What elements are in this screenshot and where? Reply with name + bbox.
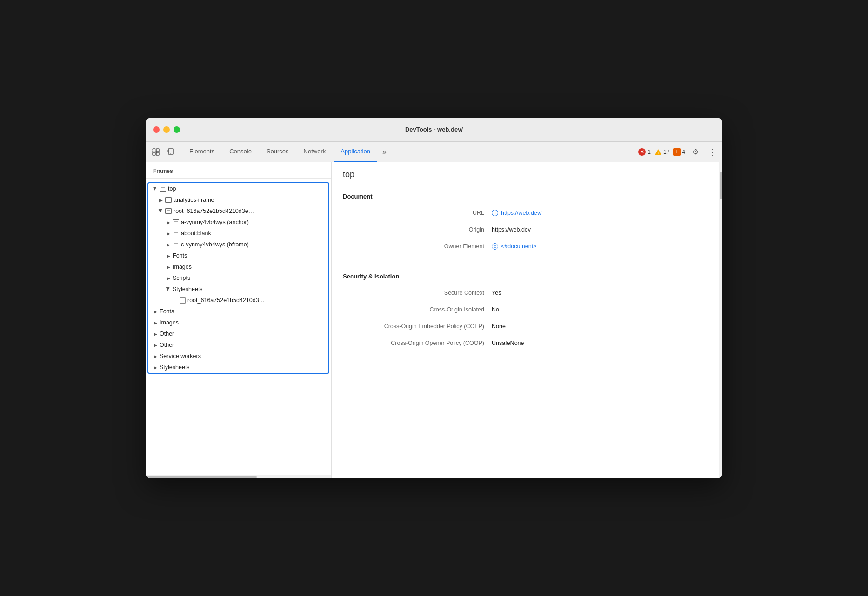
tree-label-stylesheets-inner: Stylesheets [173,286,203,292]
arrow-fonts-outer: ▶ [152,308,159,315]
document-section: Document URL ⊕ https://web.dev/ Origin h… [332,185,719,265]
devtools-window: DevTools - web.dev/ Element [146,118,722,478]
tree-label-top: top [168,185,176,192]
tree-label-stylesheet-file: root_616a752e1b5d4210d3… [187,297,265,304]
tab-elements[interactable]: Elements [183,142,221,162]
origin-label: Origin [343,226,492,233]
svg-rect-2 [153,152,155,155]
settings-button[interactable]: ⚙ [689,146,702,159]
owner-element-icon: ⊙ [492,243,498,250]
detail-panel: top Document URL ⊕ https://web.dev/ Orig… [332,162,719,478]
arrow-top: ▶ [152,185,159,192]
minimize-button[interactable] [163,126,170,133]
tab-sources[interactable]: Sources [260,142,295,162]
info-badge[interactable]: i 4 [673,148,685,156]
sidebar-header: Frames [146,162,331,179]
tree-label-fonts-outer: Fonts [160,308,174,315]
titlebar: DevTools - web.dev/ [146,118,722,142]
url-label: URL [343,210,492,216]
url-link-icon: ⊕ [492,210,498,216]
tree-label-analytics: analytics-iframe [174,197,214,203]
tree-label-stylesheets-outer: Stylesheets [160,364,190,371]
secure-context-row: Secure Context Yes [343,287,708,298]
arrow-a-frame: ▶ [165,219,172,225]
svg-rect-1 [156,149,159,152]
tree-item-stylesheets-outer[interactable]: ▶ Stylesheets [148,362,328,373]
sidebar-tree: ▶ top ▶ analytics-iframe [146,179,331,475]
tree-item-analytics[interactable]: ▶ analytics-iframe [148,194,328,205]
tree-item-top[interactable]: ▶ top [148,183,328,194]
tree-item-fonts-inner[interactable]: ▶ Fonts [148,250,328,261]
arrow-images-inner: ▶ [165,264,172,270]
error-icon: ✕ [638,148,646,156]
tree-item-a-frame[interactable]: ▶ a-vynmy4vb4wys (anchor) [148,217,328,228]
maximize-button[interactable] [174,126,180,133]
warning-badge[interactable]: ! 17 [654,149,669,155]
toolbar: Elements Console Sources Network Applica… [146,142,722,162]
cross-origin-isolated-label: Cross-Origin Isolated [343,306,492,313]
tab-application[interactable]: Application [334,142,377,162]
info-icon: i [673,148,681,156]
tree-label-service-workers: Service workers [160,353,201,359]
coep-row: Cross-Origin Embedder Policy (COEP) None [343,321,708,332]
frame-icon-analytics [165,197,172,203]
url-link[interactable]: https://web.dev/ [501,210,542,216]
device-toggle-button[interactable] [164,146,177,159]
tree-item-root[interactable]: ▶ root_616a752e1b5d4210d3e… [148,205,328,217]
sidebar-scrollbar[interactable] [146,475,331,478]
tree-label-a-frame: a-vynmy4vb4wys (anchor) [181,219,249,225]
tree-label-c-frame: c-vynmy4vb4wys (bframe) [181,241,249,248]
file-icon-stylesheet [180,297,186,304]
tree-item-images-inner[interactable]: ▶ Images [148,261,328,272]
warning-icon: ! [654,149,662,155]
frame-icon-root [165,208,172,214]
tree-item-scripts-inner[interactable]: ▶ Scripts [148,272,328,284]
detail-title: top [332,162,719,185]
toolbar-icons [149,146,177,159]
selected-tree-box: ▶ top ▶ analytics-iframe [147,182,329,374]
inspect-element-button[interactable] [149,146,162,159]
owner-element-row: Owner Element ⊙ <#document> [343,241,708,252]
origin-row: Origin https://web.dev [343,224,708,235]
close-button[interactable] [153,126,160,133]
tree-item-images-outer[interactable]: ▶ Images [148,317,328,328]
frame-icon-c [173,242,179,247]
more-options-button[interactable]: ⋮ [706,146,719,159]
tab-console[interactable]: Console [223,142,258,162]
owner-element-link[interactable]: <#document> [501,243,536,250]
svg-rect-0 [153,149,155,152]
tree-item-blank[interactable]: ▶ about:blank [148,228,328,239]
tree-item-fonts-outer[interactable]: ▶ Fonts [148,306,328,317]
more-tabs-button[interactable]: » [379,142,390,162]
coep-value: None [492,323,506,330]
coop-row: Cross-Origin Opener Policy (COOP) Unsafe… [343,338,708,349]
owner-element-value: ⊙ <#document> [492,243,536,250]
url-value: ⊕ https://web.dev/ [492,210,542,216]
tree-item-other2[interactable]: ▶ Other [148,339,328,351]
arrow-blank: ▶ [165,230,172,237]
tree-item-stylesheets-inner[interactable]: ▶ Stylesheets [148,284,328,295]
main-content: Frames ▶ top ▶ [146,162,722,478]
arrow-service-workers: ▶ [152,353,159,359]
owner-element-label: Owner Element [343,243,492,250]
tree-item-other1[interactable]: ▶ Other [148,328,328,339]
arrow-stylesheets-outer: ▶ [152,364,159,371]
traffic-lights [153,126,180,133]
security-section-title: Security & Isolation [343,273,708,280]
error-badge[interactable]: ✕ 1 [638,148,651,156]
window-title: DevTools - web.dev/ [405,126,463,133]
tab-network[interactable]: Network [297,142,333,162]
frame-icon-a [173,219,179,225]
tree-item-service-workers[interactable]: ▶ Service workers [148,351,328,362]
tree-label-blank: about:blank [181,230,211,237]
detail-scrollbar[interactable] [719,162,722,478]
arrow-root: ▶ [158,208,164,214]
url-row: URL ⊕ https://web.dev/ [343,207,708,219]
cross-origin-isolated-value: No [492,306,499,313]
cross-origin-isolated-row: Cross-Origin Isolated No [343,304,708,315]
tree-item-c-frame[interactable]: ▶ c-vynmy4vb4wys (bframe) [148,239,328,250]
frame-icon-top [160,186,166,192]
tree-item-stylesheet-file[interactable]: ▶ root_616a752e1b5d4210d3… [148,295,328,306]
document-section-title: Document [343,193,708,200]
tree-label-other1: Other [160,331,174,337]
